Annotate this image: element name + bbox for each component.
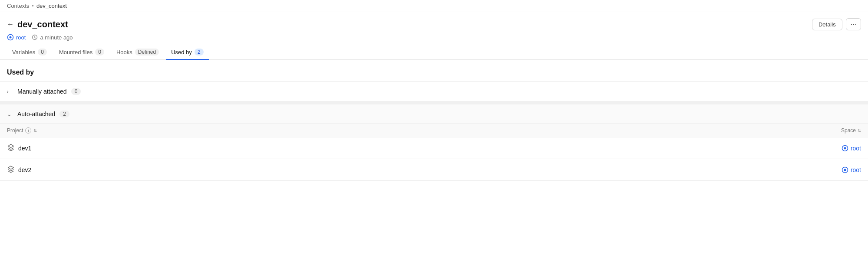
tab-used-by[interactable]: Used by 2 <box>166 45 208 60</box>
project-name-dev1: dev1 <box>7 143 774 153</box>
tab-hooks-badge: Defined <box>135 49 159 55</box>
svg-point-6 <box>844 169 846 171</box>
back-button[interactable]: ← <box>7 20 14 28</box>
auto-attached-chevron: ⌄ <box>7 111 13 117</box>
space-context-icon-dev2 <box>842 166 848 173</box>
svg-point-1 <box>10 36 12 39</box>
meta-user-label: root <box>16 34 26 41</box>
breadcrumb: Contexts • dev_context <box>0 0 868 12</box>
table-header: Project i ⇅ Space ⇅ <box>0 124 868 137</box>
col-space-header: Space ⇅ <box>774 127 861 134</box>
content-area: Used by › Manually attached 0 ⌄ Auto-att… <box>0 60 868 181</box>
project-info-icon[interactable]: i <box>25 127 31 134</box>
space-label-dev2: root <box>851 166 861 173</box>
breadcrumb-separator: • <box>32 3 34 9</box>
project-layers-icon-dev2 <box>7 165 15 174</box>
auto-attached-section[interactable]: ⌄ Auto-attached 2 <box>0 101 868 124</box>
svg-point-4 <box>844 147 846 149</box>
tab-mounted-files[interactable]: Mounted files 0 <box>54 45 109 60</box>
meta-time-label: a minute ago <box>40 34 73 41</box>
meta-time: a minute ago <box>32 34 73 41</box>
breadcrumb-current: dev_context <box>36 3 67 9</box>
tabs-bar: Variables 0 Mounted files 0 Hooks Define… <box>0 45 868 60</box>
more-button[interactable]: ··· <box>846 18 861 30</box>
meta-user[interactable]: root <box>7 34 26 41</box>
tab-hooks[interactable]: Hooks Defined <box>111 45 164 60</box>
tab-used-by-badge: 2 <box>195 49 204 55</box>
clock-icon <box>32 34 38 40</box>
manually-attached-count: 0 <box>71 88 81 95</box>
col-project-header: Project i ⇅ <box>7 127 774 134</box>
project-label-dev1: dev1 <box>18 145 31 152</box>
space-dev2[interactable]: root <box>774 166 861 173</box>
page-header: ← dev_context Details ··· <box>0 12 868 34</box>
page-header-right: Details ··· <box>812 18 861 30</box>
manually-attached-label: Manually attached <box>17 88 67 95</box>
auto-attached-label: Auto-attached <box>17 111 55 117</box>
space-sort-icon[interactable]: ⇅ <box>858 128 861 133</box>
page-title: dev_context <box>17 20 68 29</box>
tab-used-by-label: Used by <box>171 49 192 55</box>
space-header-label: Space <box>841 127 856 134</box>
manually-attached-chevron: › <box>7 89 13 94</box>
tab-variables-label: Variables <box>12 49 35 55</box>
auto-attached-count: 2 <box>59 111 69 117</box>
meta-row: root a minute ago <box>0 34 868 45</box>
project-header-label: Project <box>7 127 23 134</box>
tab-variables[interactable]: Variables 0 <box>7 45 52 60</box>
project-name-dev2: dev2 <box>7 165 774 174</box>
space-label-dev1: root <box>851 145 861 152</box>
tab-mounted-files-label: Mounted files <box>59 49 92 55</box>
context-icon <box>7 34 14 41</box>
project-layers-icon-dev1 <box>7 143 15 153</box>
page-header-left: ← dev_context <box>7 20 68 29</box>
table-row: dev1 root <box>0 137 868 159</box>
details-button[interactable]: Details <box>812 19 842 30</box>
tab-variables-badge: 0 <box>38 49 47 55</box>
project-sort-icon[interactable]: ⇅ <box>33 128 37 133</box>
breadcrumb-parent[interactable]: Contexts <box>7 3 29 9</box>
space-dev1[interactable]: root <box>774 145 861 152</box>
tab-hooks-label: Hooks <box>116 49 132 55</box>
section-heading: Used by <box>0 60 868 81</box>
project-label-dev2: dev2 <box>18 166 31 173</box>
space-context-icon-dev1 <box>842 145 848 152</box>
table-row: dev2 root <box>0 159 868 181</box>
manually-attached-section[interactable]: › Manually attached 0 <box>0 81 868 101</box>
tab-mounted-files-badge: 0 <box>95 49 104 55</box>
